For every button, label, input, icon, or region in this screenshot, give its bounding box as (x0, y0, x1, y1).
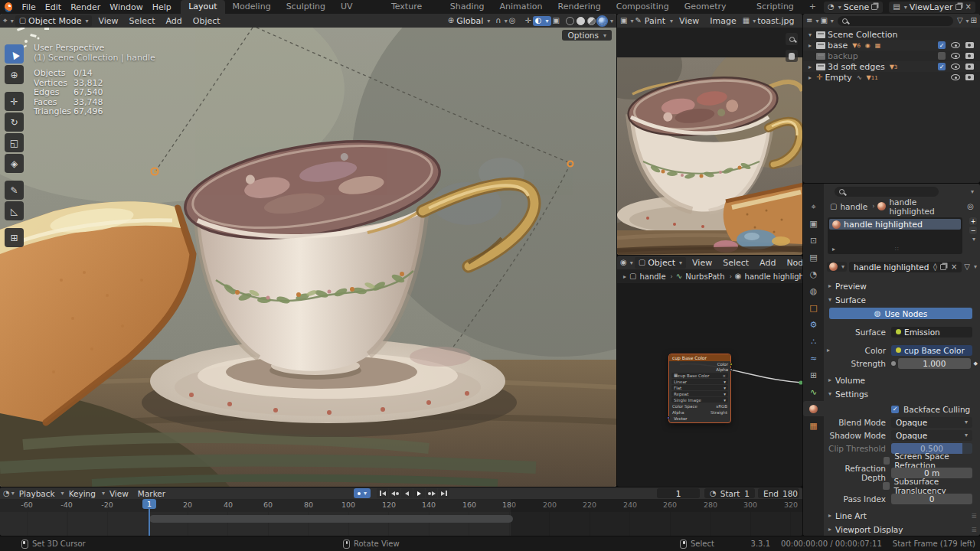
proportional-edit-icon[interactable]: ◎ (509, 17, 516, 24)
panel-surface[interactable]: ▾Surface (827, 294, 977, 305)
workspace-tab-compositing[interactable]: Compositing (609, 0, 677, 14)
breadcrumb-material[interactable]: handle highlighted (745, 272, 802, 281)
outliner-row-empty[interactable]: ▸ ✛ Empty ∿ ▼11 (803, 72, 980, 83)
outliner-row-3d-soft-edges[interactable]: ▸ 3d soft edges ▼3 ✓ (803, 61, 980, 72)
render-camera-icon[interactable] (965, 53, 974, 59)
workspace-tab-shading[interactable]: Shading (443, 0, 492, 14)
tool-add-cube[interactable]: ⊞ (5, 228, 24, 247)
breadcrumb-object[interactable]: handle (840, 202, 867, 211)
outliner-search-input[interactable] (838, 16, 953, 26)
node-source-dropdown[interactable]: Single Image▾ (671, 397, 728, 403)
node-interpolation-dropdown[interactable]: Linear▾ (671, 379, 728, 384)
copy-material-icon[interactable] (940, 264, 946, 270)
new-view-layer-icon[interactable] (956, 4, 962, 10)
workspace-tab-modeling[interactable]: Modeling (225, 0, 279, 14)
tab-constraints-icon[interactable]: ⊞ (803, 367, 824, 383)
shader-menu-view[interactable]: View (688, 258, 717, 268)
hide-eye-icon[interactable] (951, 42, 960, 48)
view-layer-selector[interactable]: ▤ ▾ ViewLayer × (889, 2, 975, 13)
node-color-space[interactable]: Color SpacesRGB (671, 403, 728, 409)
panel-viewport-display[interactable]: ▸Viewport Display≣ (827, 523, 977, 535)
remove-view-layer-icon[interactable]: × (965, 3, 972, 11)
timeline-scrollbar[interactable] (149, 515, 513, 523)
snap-magnet-icon[interactable]: ∩ (495, 17, 501, 24)
exclude-checkbox[interactable]: ✓ (938, 63, 946, 70)
disclosure-icon[interactable]: ▸ (806, 42, 814, 49)
viewport-menu-object[interactable]: Object (188, 16, 225, 26)
menu-file[interactable]: File (17, 2, 40, 12)
tab-material-icon[interactable] (803, 401, 824, 416)
sss-checkbox[interactable] (883, 482, 890, 490)
tab-modifiers-icon[interactable]: ⚙ (803, 317, 824, 332)
workspace-tab-sculpting[interactable]: Sculpting (279, 0, 333, 14)
fake-user-icon[interactable]: ◊ (933, 263, 937, 271)
filter-icon[interactable]: ▽ (957, 17, 963, 24)
timeline-menu-view[interactable]: View (105, 489, 133, 498)
tool-scale[interactable]: ◱ (5, 133, 24, 152)
tab-scene-icon[interactable]: ◔ (803, 266, 824, 282)
tab-world-icon[interactable]: ◍ (803, 283, 824, 298)
render-camera-icon[interactable] (965, 42, 974, 48)
shader-menu-node[interactable]: Node (782, 258, 802, 268)
workspace-tab-rendering[interactable]: Rendering (550, 0, 609, 14)
color-input-field[interactable]: cup Base Color (891, 345, 972, 356)
image-name[interactable]: toast.jpg (757, 16, 794, 26)
tool-select-box[interactable]: ▲ (5, 44, 24, 64)
new-scene-icon[interactable] (871, 4, 877, 10)
shadow-mode-dropdown[interactable]: Opaque▾ (891, 430, 972, 441)
add-slot-button[interactable]: + (969, 217, 977, 225)
panel-preview[interactable]: ▸Preview (827, 280, 977, 292)
current-frame-field[interactable]: 1 (657, 488, 700, 498)
playhead-frame-chip[interactable]: 1 (142, 499, 156, 509)
viewport-menu-view[interactable]: View (93, 16, 122, 26)
panel-volume[interactable]: ▸Volume (827, 374, 977, 386)
exclude-checkbox[interactable]: ✓ (938, 41, 946, 49)
next-keyframe-button[interactable] (426, 488, 437, 498)
blender-logo-icon[interactable] (5, 2, 12, 12)
blend-mode-dropdown[interactable]: Opaque▾ (891, 417, 972, 428)
tab-tool-icon[interactable]: ⌖ (803, 199, 824, 214)
auto-keyframe-button[interactable]: ▾ (354, 488, 371, 498)
timeline-menu-marker[interactable]: Marker (133, 489, 170, 498)
add-workspace-button[interactable]: + (802, 0, 824, 14)
image-datablock-icon[interactable]: ▦ (743, 17, 750, 24)
workspace-tab-texture-paint[interactable]: Texture Paint (384, 0, 443, 14)
tool-transform[interactable]: ◈ (5, 154, 24, 173)
disclosure-icon[interactable]: ▾ (806, 31, 814, 38)
mode-dropdown[interactable]: ▢ Object Mode ▾ (15, 15, 93, 27)
workspace-tab-animation[interactable]: Animation (492, 0, 550, 14)
tab-texture-icon[interactable]: ▦ (803, 418, 824, 433)
alpha-socket-icon[interactable] (730, 368, 733, 371)
viewport-menu-select[interactable]: Select (125, 16, 160, 26)
vector-socket-icon[interactable] (667, 416, 670, 419)
workspace-tab-layout[interactable]: Layout (181, 0, 224, 14)
workspace-tab-geometry-nodes[interactable]: Geometry Nodes (677, 0, 749, 14)
shader-type-dropdown[interactable]: ▢ Object ▾ (635, 257, 686, 269)
chevron-down-icon[interactable]: ▾ (971, 188, 974, 195)
disclosure-icon[interactable]: ▸ (806, 64, 814, 70)
surface-shader-field[interactable]: Emission (891, 327, 972, 337)
color-socket-icon[interactable] (730, 363, 733, 366)
chevron-right-icon[interactable]: ▸ (623, 273, 626, 280)
orientation-dropdown[interactable]: ⊕ Global ▾ (444, 15, 495, 27)
editor-type-icon[interactable]: ⌖ (3, 17, 8, 24)
collection-name[interactable]: base (828, 41, 848, 51)
pin-icon[interactable]: ◎ (967, 203, 974, 210)
slot-specials-icon[interactable]: ▸ (832, 246, 835, 253)
play-button[interactable] (413, 488, 425, 498)
image-mode-dropdown[interactable]: Paint (643, 16, 667, 26)
jump-to-end-button[interactable] (438, 488, 449, 498)
scene-selector[interactable]: ◔ ▾ Scene (824, 2, 883, 13)
pan-tool-button[interactable] (786, 50, 798, 62)
hide-eye-icon[interactable] (951, 74, 960, 80)
tab-particles-icon[interactable]: ∴ (803, 334, 824, 349)
new-collection-icon[interactable]: ⊞ (971, 17, 977, 24)
hide-eye-icon[interactable] (951, 53, 960, 59)
tab-physics-icon[interactable]: ≈ (803, 350, 824, 366)
tool-measure[interactable]: ◺ (5, 201, 24, 220)
xray-toggle-icon[interactable]: ▣ (553, 17, 560, 24)
menu-help[interactable]: Help (148, 2, 176, 12)
material-name-field[interactable]: handle highlighted ◊ × (849, 262, 962, 272)
collection-name[interactable]: 3d soft edges (828, 62, 885, 72)
shader-menu-add[interactable]: Add (755, 258, 780, 268)
